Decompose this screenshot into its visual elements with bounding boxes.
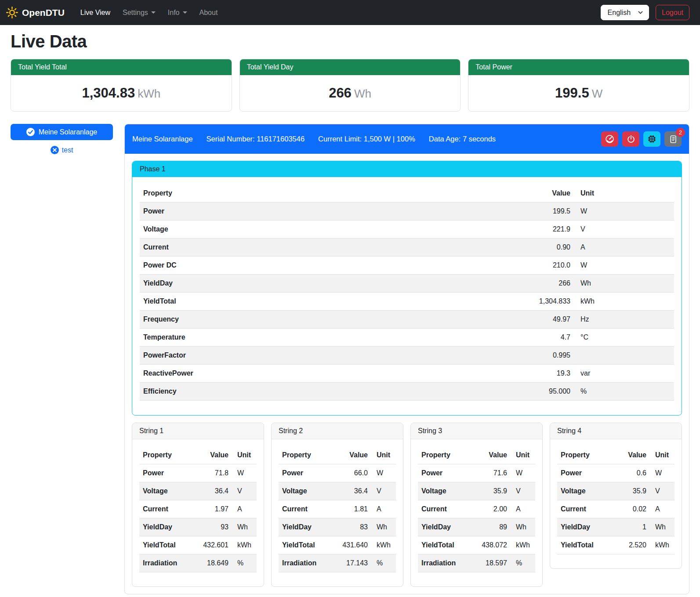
inverter-select-button[interactable]: Meine Solaranlage (11, 124, 113, 140)
table-row: YieldDay 89 Wh (418, 518, 535, 536)
row-unit: A (511, 500, 535, 518)
row-unit: W (511, 464, 535, 482)
table-row: Current 1.97 A (139, 500, 257, 518)
row-unit: Wh (650, 518, 675, 536)
table-row: Temperature 4.7 °C (140, 329, 674, 347)
summary-card: Total Power 199.5W (468, 59, 689, 112)
column-value: Value (193, 446, 232, 464)
inverter-list: Meine Solaranlage test (11, 124, 113, 154)
row-property: Irradiation (418, 554, 472, 572)
column-property: Property (279, 446, 333, 464)
column-unit: Unit (574, 185, 674, 203)
phase-panel-body: Property Value Unit Power (132, 177, 682, 415)
row-unit: A (574, 239, 674, 257)
row-value: 89 (472, 518, 511, 536)
summary-card: Total Yield Day 266Wh (239, 59, 461, 112)
brand-link[interactable]: OpenDTU (6, 7, 65, 18)
table-row: Power DC 210.0 W (140, 257, 674, 275)
row-property: Power (557, 464, 611, 482)
row-value: 71.6 (472, 464, 511, 482)
row-property: Current (557, 500, 611, 518)
table-header-row: Property Value Unit (140, 185, 674, 203)
row-property: Irradiation (139, 554, 193, 572)
row-value: 431.640 (333, 536, 371, 554)
row-unit: A (371, 500, 396, 518)
table-row: Irradiation 18.649 % (139, 554, 257, 572)
row-value: 18.597 (472, 554, 511, 572)
row-property: Temperature (140, 329, 512, 347)
row-property: Current (140, 239, 512, 257)
summary-card-body: 266Wh (240, 75, 461, 111)
row-property: Power DC (140, 257, 512, 275)
page: OpenDTU Live View Settings Info About En… (0, 0, 700, 597)
table-row: Voltage 36.4 V (279, 482, 396, 500)
row-property: Current (279, 500, 333, 518)
device-info-button[interactable] (643, 131, 660, 147)
logout-button[interactable]: Logout (656, 5, 689, 20)
inverter-card-header: Meine Solaranlage Serial Number: 1161716… (125, 124, 689, 154)
event-log-button[interactable]: 2 (664, 131, 682, 147)
table-row: YieldDay 266 Wh (140, 275, 674, 293)
row-value: 0.90 (512, 239, 574, 257)
column-unit: Unit (371, 446, 396, 464)
row-value: 4.7 (512, 329, 574, 347)
nav-item-settings[interactable]: Settings (116, 5, 162, 20)
table-header-row: Property Value Unit (279, 446, 396, 464)
row-unit: % (511, 554, 535, 572)
row-property: Frequency (140, 311, 512, 329)
table-row: Frequency 49.97 Hz (140, 311, 674, 329)
column-property: Property (418, 446, 472, 464)
table-header-row: Property Value Unit (139, 446, 257, 464)
row-value: 36.4 (333, 482, 371, 500)
summary-card-value: 1,304.83 (82, 85, 135, 101)
column-unit: Unit (650, 446, 675, 464)
column-value: Value (333, 446, 371, 464)
power-settings-button[interactable] (622, 131, 639, 147)
row-unit: Wh (232, 518, 257, 536)
limit-settings-button[interactable] (601, 131, 618, 147)
inverter-serial: Serial Number: 116171603546 (207, 135, 305, 143)
table-row: Current 2.00 A (418, 500, 535, 518)
row-unit: A (232, 500, 257, 518)
row-property: Current (139, 500, 193, 518)
string-table: Property Value Unit (279, 446, 396, 572)
table-row: Current 1.81 A (279, 500, 396, 518)
summary-cards-row: Total Yield Total 1,304.83kWh Total Yiel… (11, 59, 689, 112)
row-value: 2.520 (611, 536, 650, 554)
row-value: 35.9 (611, 482, 650, 500)
column-value: Value (512, 185, 574, 203)
language-select[interactable]: English (601, 5, 649, 20)
string-card-title: String 3 (411, 423, 542, 439)
inverter-item-test[interactable]: test (11, 146, 113, 154)
string-card-title: String 2 (272, 423, 403, 439)
column-unit: Unit (232, 446, 257, 464)
row-unit: V (574, 221, 674, 239)
row-value: 18.649 (193, 554, 232, 572)
phase-table: Property Value Unit Power (140, 185, 674, 401)
table-row: ReactivePower 19.3 var (140, 365, 674, 383)
nav-item-info[interactable]: Info (162, 5, 193, 20)
row-property: ReactivePower (140, 365, 512, 383)
nav-item-live-view[interactable]: Live View (74, 5, 116, 20)
row-value: 36.4 (193, 482, 232, 500)
table-row: PowerFactor 0.995 (140, 347, 674, 365)
row-value: 66.0 (333, 464, 371, 482)
table-row: YieldTotal 432.601 kWh (139, 536, 257, 554)
row-property: PowerFactor (140, 347, 512, 365)
row-property: Voltage (418, 482, 472, 500)
string-card-body: Property Value Unit (132, 439, 264, 586)
string-card-title: String 1 (132, 423, 264, 439)
row-unit: W (574, 203, 674, 221)
inverter-card-body: Phase 1 Property Value Unit (125, 154, 689, 594)
row-property: Power (140, 203, 512, 221)
row-unit: Wh (574, 275, 674, 293)
chevron-down-icon (183, 11, 187, 14)
inverter-limit: Current Limit: 1,500 W | 100% (318, 135, 415, 143)
row-value: 1 (611, 518, 650, 536)
summary-card-body: 1,304.83kWh (11, 75, 232, 111)
table-row: YieldDay 1 Wh (557, 518, 675, 536)
row-property: Voltage (279, 482, 333, 500)
nav-item-about[interactable]: About (193, 5, 224, 20)
row-property: Voltage (557, 482, 611, 500)
row-value: 0.6 (611, 464, 650, 482)
